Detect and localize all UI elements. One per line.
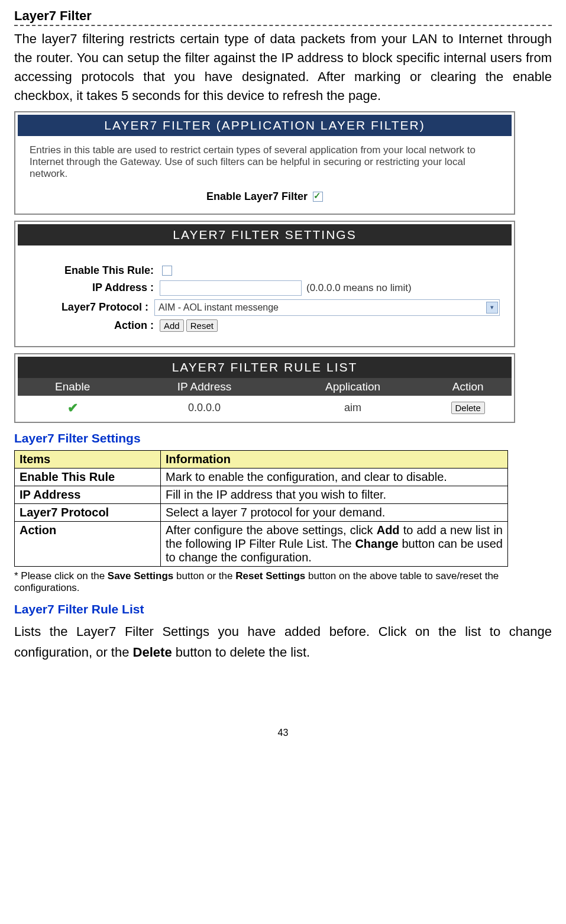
ip-address-label: IP Address : <box>30 282 160 294</box>
enable-layer7-checkbox[interactable] <box>313 192 323 202</box>
col-ip: IP Address <box>127 378 281 396</box>
row-ip: 0.0.0.0 <box>127 399 281 416</box>
info-cell: Select a layer 7 protocol for your deman… <box>161 503 508 521</box>
table-row: Layer7 Protocol Select a layer 7 protoco… <box>15 503 508 521</box>
select-value: AIM - AOL instant messenge <box>159 302 279 313</box>
rulelist-paragraph: Lists the Layer7 Filter Settings you hav… <box>14 621 552 663</box>
info-cell: After configure the above settings, clic… <box>161 521 508 566</box>
reset-button[interactable]: Reset <box>186 319 218 332</box>
item-cell: Enable This Rule <box>15 468 161 486</box>
panel-description: Entries in this table are used to restri… <box>30 144 500 180</box>
ip-hint: (0.0.0.0 means no limit) <box>306 282 412 294</box>
check-icon: ✔ <box>67 400 78 415</box>
enable-layer7-label: Enable Layer7 Filter <box>206 190 308 202</box>
ip-address-input[interactable] <box>160 280 302 296</box>
page-number: 43 <box>14 728 552 738</box>
intro-paragraph: The layer7 filtering restricts certain t… <box>14 30 552 105</box>
info-cell: Mark to enable the configuration, and cl… <box>161 468 508 486</box>
enable-rule-label: Enable This Rule: <box>30 264 160 277</box>
th-items: Items <box>15 450 161 468</box>
col-action: Action <box>424 378 512 396</box>
panel-layer7-filter: LAYER7 FILTER (APPLICATION LAYER FILTER)… <box>14 111 515 215</box>
panel-header: LAYER7 FILTER RULE LIST <box>18 357 512 378</box>
subhead-settings: Layer7 Filter Settings <box>14 431 552 445</box>
chevron-down-icon: ▾ <box>486 302 498 314</box>
table-row[interactable]: ✔ 0.0.0.0 aim Delete <box>18 396 512 421</box>
table-row: Enable This Rule Mark to enable the conf… <box>15 468 508 486</box>
table-row: Action After configure the above setting… <box>15 521 508 566</box>
enable-rule-checkbox[interactable] <box>162 266 172 276</box>
delete-button[interactable]: Delete <box>451 402 485 414</box>
subhead-rulelist: Layer7 Filter Rule List <box>14 602 552 616</box>
add-button[interactable]: Add <box>160 319 184 332</box>
th-information: Information <box>161 450 508 468</box>
item-cell: Action <box>15 521 161 566</box>
page-title: Layer7 Filter <box>14 8 552 26</box>
layer7-protocol-select[interactable]: AIM - AOL instant messenge ▾ <box>154 299 500 316</box>
item-cell: Layer7 Protocol <box>15 503 161 521</box>
col-application: Application <box>282 378 425 396</box>
settings-table: Items Information Enable This Rule Mark … <box>14 450 508 567</box>
panel-header: LAYER7 FILTER (APPLICATION LAYER FILTER) <box>18 115 512 136</box>
table-row: IP Address Fill in the IP address that y… <box>15 486 508 503</box>
panel-header: LAYER7 FILTER SETTINGS <box>18 224 512 245</box>
item-cell: IP Address <box>15 486 161 503</box>
rule-list-header: Enable IP Address Application Action <box>18 378 512 396</box>
col-enable: Enable <box>18 378 127 396</box>
panel-layer7-settings: LAYER7 FILTER SETTINGS Enable This Rule:… <box>14 221 515 347</box>
row-app: aim <box>282 399 425 416</box>
action-label: Action : <box>30 319 160 332</box>
footnote: * Please click on the Save Settings butt… <box>14 570 508 594</box>
panel-rule-list: LAYER7 FILTER RULE LIST Enable IP Addres… <box>14 353 515 423</box>
info-cell: Fill in the IP address that you wish to … <box>161 486 508 503</box>
layer7-protocol-label: Layer7 Protocol : <box>30 301 154 314</box>
